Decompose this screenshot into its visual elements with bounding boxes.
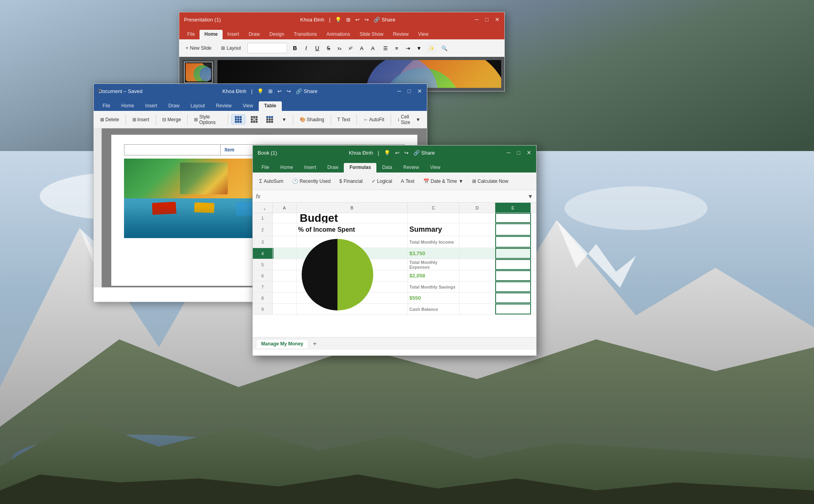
excel-tab-home[interactable]: Home xyxy=(275,163,298,173)
cell-D3[interactable] xyxy=(459,236,495,248)
cell-C7[interactable]: Total Monthly Savings xyxy=(408,281,459,292)
cell-E6[interactable] xyxy=(495,270,531,281)
italic-button[interactable]: I xyxy=(301,43,311,53)
grid-chevron-button[interactable]: ▼ xyxy=(279,116,290,124)
word-minimize-button[interactable]: ─ xyxy=(397,88,401,94)
cell-size-button[interactable]: ↕ Cell Size ▼ xyxy=(394,113,424,126)
cell-B3[interactable] xyxy=(297,236,408,248)
excel-tab-insert[interactable]: Insert xyxy=(298,163,322,173)
grid-outline-button[interactable] xyxy=(248,115,261,124)
text-formula-button[interactable]: A Text xyxy=(398,177,418,185)
cell-C8[interactable]: $550 xyxy=(408,293,459,303)
chevron-down-icon[interactable]: ▼ xyxy=(414,43,424,53)
slide-thumbnail-1[interactable]: 1 xyxy=(184,62,213,83)
autofit-button[interactable]: ↔ AutoFit xyxy=(360,116,388,124)
close-button[interactable]: ✕ xyxy=(495,16,500,23)
grid-header-button[interactable] xyxy=(263,115,276,124)
column-header-B[interactable]: B xyxy=(297,203,408,213)
cell-F6[interactable] xyxy=(531,270,536,281)
column-header-C[interactable]: C xyxy=(408,203,459,213)
cell-F8[interactable] xyxy=(531,293,536,303)
highlight-button[interactable]: A xyxy=(368,43,378,53)
word-panel-icon[interactable]: ⊞ xyxy=(268,88,273,94)
bullet-list-button[interactable]: ☰ xyxy=(381,43,390,53)
cell-A8[interactable] xyxy=(273,293,297,303)
cell-D1[interactable] xyxy=(459,213,495,223)
excel-restore-button[interactable]: □ xyxy=(517,149,520,156)
recently-used-button[interactable]: 🕐 Recently Used xyxy=(289,177,334,185)
cell-C5[interactable]: Total Monthly Expenses xyxy=(408,259,459,270)
cell-A2[interactable] xyxy=(273,223,297,236)
cell-F9[interactable] xyxy=(531,304,536,314)
cell-E9[interactable] xyxy=(495,304,531,314)
cell-E2[interactable] xyxy=(495,223,531,236)
delete-button[interactable]: ⊠ Delete xyxy=(97,116,122,124)
cell-C9[interactable]: Cash Balance xyxy=(408,304,459,314)
subscript-button[interactable]: x₂ xyxy=(335,43,344,53)
excel-tab-data[interactable]: Data xyxy=(376,163,397,173)
cell-F3[interactable] xyxy=(531,236,536,248)
autosum-button[interactable]: Σ AutoSum xyxy=(256,177,287,185)
sheet-tab-manage[interactable]: Manage My Money xyxy=(256,339,308,348)
cell-F7[interactable] xyxy=(531,281,536,292)
cell-B2[interactable]: % of Income Spent xyxy=(297,223,408,236)
cell-A4[interactable] xyxy=(273,248,297,259)
word-tab-view[interactable]: View xyxy=(237,101,259,111)
word-tab-review[interactable]: Review xyxy=(210,101,237,111)
ppt-tab-home[interactable]: Home xyxy=(200,30,222,39)
restore-button[interactable]: □ xyxy=(485,16,488,23)
table-cell-empty1[interactable] xyxy=(124,145,221,155)
shading-button[interactable]: 🎨 Shading xyxy=(297,116,328,124)
cell-A9[interactable] xyxy=(273,304,297,314)
redo-icon[interactable]: ↪ xyxy=(364,17,369,23)
column-header-F[interactable]: F xyxy=(531,203,536,213)
cell-A6[interactable] xyxy=(273,270,297,281)
ppt-tab-transitions[interactable]: Transitions xyxy=(289,30,322,39)
cell-D2[interactable] xyxy=(459,223,495,236)
excel-close-button[interactable]: ✕ xyxy=(527,149,531,156)
underline-button[interactable]: U xyxy=(312,43,322,53)
cell-E4[interactable] xyxy=(495,248,531,259)
cell-E3[interactable] xyxy=(495,236,531,248)
ppt-tab-slideshow[interactable]: Slide Show xyxy=(355,30,388,39)
ppt-tab-insert[interactable]: Insert xyxy=(223,30,244,39)
cell-F5[interactable] xyxy=(531,259,536,270)
font-color-button[interactable]: A xyxy=(357,43,366,53)
design-ideas-button[interactable]: ✨ xyxy=(427,43,436,53)
style-options-button[interactable]: ⊞ Style Options xyxy=(191,113,225,126)
font-selector[interactable] xyxy=(247,43,287,53)
word-redo-icon[interactable]: ↪ xyxy=(287,88,291,94)
ppt-tab-animations[interactable]: Animations xyxy=(322,30,355,39)
excel-minimize-button[interactable]: ─ xyxy=(507,149,511,156)
column-header-E[interactable]: E xyxy=(495,203,531,213)
formula-expand-icon[interactable]: ▼ xyxy=(527,193,533,200)
cell-A3[interactable] xyxy=(273,236,297,248)
merge-button[interactable]: ⊟ Merge xyxy=(159,116,184,124)
cell-A1[interactable] xyxy=(273,213,297,223)
cell-D7[interactable] xyxy=(459,281,495,292)
word-tab-insert[interactable]: Insert xyxy=(140,101,163,111)
cell-D9[interactable] xyxy=(459,304,495,314)
strikethrough-button[interactable]: S̶ xyxy=(324,43,333,53)
new-slide-button[interactable]: + New Slide xyxy=(182,44,215,52)
ppt-tab-design[interactable]: Design xyxy=(265,30,289,39)
excel-tab-formulas[interactable]: Formulas xyxy=(344,163,376,173)
share-panel-icon[interactable]: ⊞ xyxy=(346,17,351,23)
word-restore-button[interactable]: □ xyxy=(408,88,411,94)
cell-A7[interactable] xyxy=(273,281,297,292)
excel-tab-view[interactable]: View xyxy=(424,163,446,173)
ppt-tab-file[interactable]: File xyxy=(182,30,200,39)
ppt-tab-view[interactable]: View xyxy=(413,30,433,39)
cell-F2[interactable] xyxy=(531,223,536,236)
cell-D5[interactable] xyxy=(459,259,495,270)
cell-E8[interactable] xyxy=(495,293,531,303)
excel-tab-file[interactable]: File xyxy=(256,163,275,173)
excel-share-icon[interactable]: 🔗 Share xyxy=(413,150,435,156)
indent-button[interactable]: ⇥ xyxy=(403,43,413,53)
word-tab-file[interactable]: File xyxy=(97,101,116,111)
share-icon[interactable]: 🔗 Share xyxy=(374,17,395,23)
date-time-button[interactable]: 📅 Date & Time ▼ xyxy=(420,177,467,185)
column-header-A[interactable]: A xyxy=(273,203,297,213)
word-tab-table[interactable]: Table xyxy=(259,101,282,111)
cell-D8[interactable] xyxy=(459,293,495,303)
